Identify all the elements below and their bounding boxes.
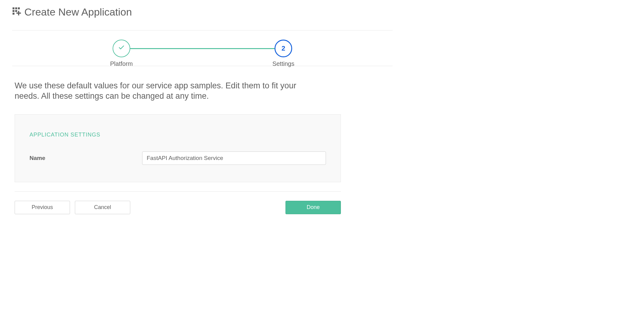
stepper-connector xyxy=(130,48,275,49)
svg-rect-1 xyxy=(15,7,17,9)
application-settings-panel: APPLICATION SETTINGS Name xyxy=(15,114,341,182)
step-settings: 2 Settings xyxy=(275,40,292,57)
previous-button[interactable]: Previous xyxy=(15,201,70,214)
step-platform: Platform xyxy=(113,40,130,57)
form-row-name: Name xyxy=(30,151,326,165)
svg-rect-5 xyxy=(12,12,14,14)
create-application-wizard: Create New Application Platform 2 Settin… xyxy=(0,0,405,226)
apps-grid-plus-icon xyxy=(12,7,21,17)
svg-rect-3 xyxy=(12,10,14,12)
name-input[interactable] xyxy=(142,151,326,165)
svg-rect-2 xyxy=(18,7,20,9)
step-settings-label: Settings xyxy=(272,60,294,67)
page-title: Create New Application xyxy=(24,6,132,18)
svg-rect-0 xyxy=(12,7,14,9)
checkmark-icon xyxy=(118,44,125,53)
wizard-stepper: Platform 2 Settings xyxy=(12,30,393,66)
step-platform-label: Platform xyxy=(110,60,133,67)
wizard-footer: Previous Cancel Done xyxy=(15,191,341,214)
svg-rect-4 xyxy=(15,10,17,12)
svg-rect-7 xyxy=(16,12,21,14)
step-instructions: We use these default values for our serv… xyxy=(12,66,317,114)
page-header: Create New Application xyxy=(12,6,393,30)
done-button[interactable]: Done xyxy=(285,201,341,214)
step-platform-indicator xyxy=(113,40,130,57)
step-settings-indicator: 2 xyxy=(275,40,292,57)
cancel-button[interactable]: Cancel xyxy=(75,201,130,214)
name-label: Name xyxy=(30,155,142,161)
panel-heading: APPLICATION SETTINGS xyxy=(30,132,326,138)
